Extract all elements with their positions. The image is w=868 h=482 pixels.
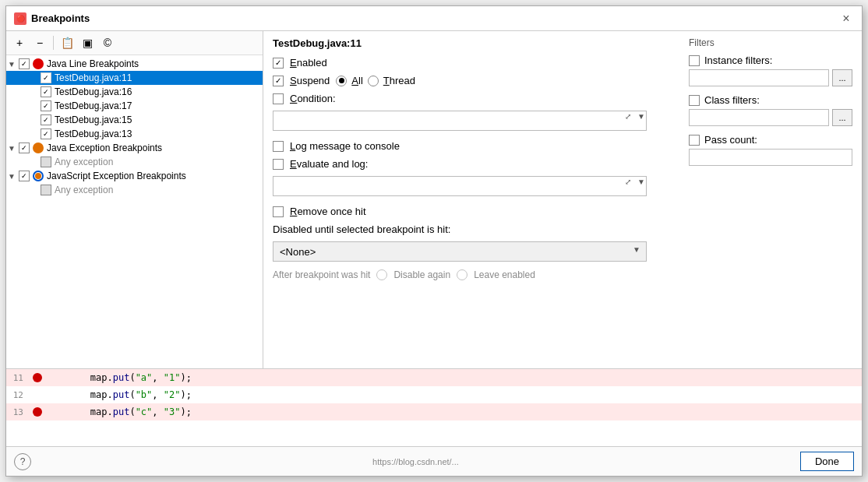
expand-icon[interactable]: ⤢ xyxy=(625,112,631,121)
disable-again-label: Disable again xyxy=(393,269,450,280)
leave-enabled-label: Leave enabled xyxy=(474,269,535,280)
checkbox-testdebug-16[interactable]: ✓ xyxy=(41,86,51,97)
copy-button[interactable]: 📋 xyxy=(58,34,76,51)
code-line-12: 12 map.put("b", "2"); xyxy=(6,386,862,403)
extra-button[interactable]: © xyxy=(99,34,116,51)
evaluate-log-input[interactable] xyxy=(273,176,647,196)
tree-group-java-line[interactable]: ▼ ✓ Java Line Breakpoints xyxy=(6,57,263,71)
group-checkbox-java-line[interactable]: ✓ xyxy=(19,58,30,69)
breakpoints-tree: ▼ ✓ Java Line Breakpoints ✓ TestDebug.ja… xyxy=(6,55,263,368)
pass-count-checkbox[interactable] xyxy=(689,135,700,146)
radio-thread[interactable] xyxy=(368,76,379,86)
tree-group-java-exception[interactable]: ▼ ✓ Java Exception Breakpoints xyxy=(6,141,263,155)
evaluate-log-label: Evaluate and log: xyxy=(290,158,368,170)
instance-filters-input[interactable] xyxy=(689,69,829,86)
enabled-label: Enabled xyxy=(290,57,327,69)
checkbox-testdebug-17[interactable]: ✓ xyxy=(41,100,51,111)
group-label-java-line: Java Line Breakpoints xyxy=(47,58,139,69)
tree-item-any-exception-1[interactable]: Any exception xyxy=(6,155,263,169)
pass-count-row: Pass count: xyxy=(689,134,852,166)
remove-once-hit-row: Remove once hit xyxy=(273,206,852,217)
suspend-checkbox[interactable] xyxy=(273,76,284,86)
class-filters-checkbox[interactable] xyxy=(689,95,700,106)
expand-icon xyxy=(30,74,41,83)
tree-item-testdebug-16[interactable]: ✓ TestDebug.java:16 xyxy=(6,85,263,99)
js-exception-icon xyxy=(33,171,44,181)
class-filters-label: Class filters: xyxy=(704,94,760,106)
label-testdebug-16: TestDebug.java:16 xyxy=(55,86,132,97)
class-filters-btn[interactable]: ... xyxy=(832,109,852,126)
filters-section: Filters Instance filters: ... xyxy=(689,37,852,174)
code-text-11: map.put("a", "1"); xyxy=(45,372,192,383)
disabled-until-select[interactable]: <None> xyxy=(273,241,647,262)
watermark-text: https://blog.csdn.net/... xyxy=(372,457,459,466)
expand-icon2[interactable]: ⤢ xyxy=(625,178,631,186)
dropdown-icon2[interactable]: ▼ xyxy=(637,178,645,186)
close-button[interactable]: × xyxy=(838,11,854,26)
tree-item-testdebug-17[interactable]: ✓ TestDebug.java:17 xyxy=(6,99,263,113)
title-bar: 🔴 Breakpoints × xyxy=(6,6,862,31)
right-panel: TestDebug.java:11 Enabled Suspend All Th… xyxy=(263,31,862,368)
breakpoints-dialog: 🔴 Breakpoints × + − 📋 ▣ © ▼ ✓ Java Li xyxy=(5,5,863,477)
suspend-label: Suspend xyxy=(290,75,330,86)
checkbox-js-exception[interactable]: ✓ xyxy=(19,171,30,181)
all-label: All xyxy=(351,75,362,86)
enabled-checkbox[interactable] xyxy=(273,58,284,69)
suspend-radio-group: All Thread xyxy=(336,75,415,86)
tree-item-testdebug-13[interactable]: ✓ TestDebug.java:13 xyxy=(6,127,263,141)
left-panel: + − 📋 ▣ © ▼ ✓ Java Line Breakpoints xyxy=(6,31,263,368)
log-message-checkbox[interactable] xyxy=(273,141,284,152)
code-text-12: map.put("b", "2"); xyxy=(45,389,192,400)
condition-input-row: ⤢ ▼ xyxy=(273,111,647,131)
after-hit-row: After breakpoint was hit Disable again L… xyxy=(273,269,852,280)
view-button[interactable]: ▣ xyxy=(79,34,96,51)
evaluate-log-checkbox[interactable] xyxy=(273,159,284,170)
tree-item-testdebug-15[interactable]: ✓ TestDebug.java:15 xyxy=(6,113,263,127)
instance-filters-label: Instance filters: xyxy=(704,55,772,66)
class-filters-input[interactable] xyxy=(689,109,829,126)
add-button[interactable]: + xyxy=(11,34,28,51)
after-hit-label: After breakpoint was hit xyxy=(273,269,370,280)
tree-group-js-exception[interactable]: ▼ ✓ JavaScript Exception Breakpoints xyxy=(6,169,263,183)
condition-input[interactable] xyxy=(273,111,647,131)
radio-all[interactable] xyxy=(336,76,347,86)
checkbox-testdebug-15[interactable]: ✓ xyxy=(41,114,51,125)
remove-button[interactable]: − xyxy=(31,34,48,51)
expand-icon-java-exception[interactable]: ▼ xyxy=(8,144,19,153)
instance-filters-checkbox[interactable] xyxy=(689,55,700,66)
checkbox-any-exception-2[interactable] xyxy=(41,185,51,195)
code-text-13: map.put("c", "3"); xyxy=(45,406,192,417)
condition-checkbox[interactable] xyxy=(273,93,284,104)
tree-item-testdebug-11[interactable]: ✓ TestDebug.java:11 xyxy=(6,71,263,85)
expand-icon[interactable]: ▼ xyxy=(8,60,19,69)
filters-title: Filters xyxy=(689,37,852,48)
log-message-label: Log message to console xyxy=(290,140,400,152)
expand-icon-js-exception[interactable]: ▼ xyxy=(8,172,19,181)
pass-count-input[interactable] xyxy=(689,149,852,166)
radio-disable-again[interactable] xyxy=(376,269,387,280)
label-any-exception-2: Any exception xyxy=(55,185,113,195)
java-line-bp-icon xyxy=(33,58,44,69)
help-button[interactable]: ? xyxy=(14,453,31,470)
checkbox-any-exception-1[interactable] xyxy=(41,157,51,167)
disabled-until-label: Disabled until selected breakpoint is hi… xyxy=(273,223,450,235)
label-testdebug-15: TestDebug.java:15 xyxy=(55,114,132,125)
remove-once-hit-label: Remove once hit xyxy=(290,206,366,217)
disabled-until-select-wrapper: <None> ▼ xyxy=(273,241,647,262)
bp-indicator-11 xyxy=(30,373,45,382)
toolbar: + − 📋 ▣ © xyxy=(6,31,263,55)
dialog-icon: 🔴 xyxy=(14,12,26,25)
label-java-exception: Java Exception Breakpoints xyxy=(47,142,162,153)
checkbox-testdebug-11[interactable]: ✓ xyxy=(41,72,51,83)
label-testdebug-17: TestDebug.java:17 xyxy=(55,100,132,111)
instance-filters-btn[interactable]: ... xyxy=(832,69,852,86)
tree-item-any-exception-2[interactable]: Any exception xyxy=(6,183,263,197)
radio-leave-enabled[interactable] xyxy=(457,269,468,280)
dropdown-icon[interactable]: ▼ xyxy=(637,112,645,121)
checkbox-testdebug-13[interactable]: ✓ xyxy=(41,128,51,139)
remove-once-hit-checkbox[interactable] xyxy=(273,206,284,217)
checkbox-java-exception[interactable]: ✓ xyxy=(19,142,30,153)
toolbar-separator xyxy=(53,36,54,50)
line-num-12: 12 xyxy=(6,390,30,400)
done-button[interactable]: Done xyxy=(800,452,854,471)
